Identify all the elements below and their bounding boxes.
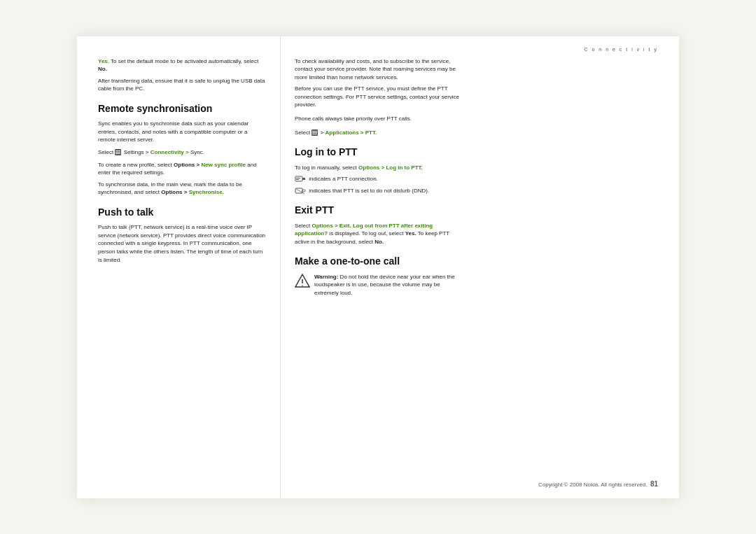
exit-select-label: Select: [295, 223, 312, 229]
availability-text: To check availability and costs, and to …: [295, 57, 463, 82]
ptt-connection-label: indicates a PTT connection.: [309, 176, 378, 182]
applications-link: Applications: [326, 129, 359, 136]
left-column: Yes. To set the default mode to be activ…: [77, 36, 280, 498]
options-label: Options >: [174, 162, 200, 168]
priority-text: Phone calls always take priority over PT…: [295, 115, 463, 123]
intro-text: To set the default mode to be activated …: [109, 58, 258, 64]
intro-paragraph: Yes. To set the default mode to be activ…: [98, 57, 266, 73]
new-profile-line: To create a new profile, select Options …: [98, 161, 266, 177]
exit-no: No.: [374, 239, 384, 245]
push-to-talk-heading: Push to talk: [98, 205, 266, 219]
warning-paragraph: Warning: Do not hold the device near you…: [314, 273, 463, 297]
warning-bold: Warning:: [314, 274, 338, 280]
ptt-settings-text: Before you can use the PTT service, you …: [295, 85, 463, 109]
select-settings-line: Select Settings > Connectivity > Sync.: [98, 148, 266, 157]
copyright-text: Copyright © 2008 Nokia. All rights reser…: [538, 482, 647, 488]
book-page: C o n n e c t i v i t y Yes. To set the …: [77, 36, 679, 498]
transfer-paragraph: After transferring data, ensure that it …: [98, 77, 266, 93]
ptt-connection-line: indicates a PTT connection.: [295, 175, 463, 183]
yes-label: Yes.: [98, 58, 109, 64]
svg-rect-13: [302, 190, 305, 192]
log-in-ptt-link: Log in to PTT.: [386, 164, 422, 171]
svg-rect-2: [115, 152, 120, 153]
page-number: 81: [650, 480, 658, 488]
ptt-dnd-label: indicates that PTT is set to do not dist…: [309, 188, 429, 194]
page-footer: Copyright © 2008 Nokia. All rights reser…: [538, 480, 658, 488]
remote-sync-heading: Remote synchronisation: [98, 101, 266, 115]
svg-rect-10: [296, 178, 300, 178]
synchronise-line: To synchronise data, in the main view, m…: [98, 181, 266, 197]
warning-box: Warning: Do not hold the device near you…: [295, 273, 463, 301]
select-label: Select: [98, 149, 113, 155]
log-in-text: To log in manually, select Options > Log…: [295, 164, 463, 172]
ptt-dnd-icon: [295, 188, 306, 195]
exit-ptt-text: Select Options > Exit. Log out from PTT …: [295, 222, 463, 246]
connectivity-header: C o n n e c t i v i t y: [584, 47, 658, 52]
ptt-link: > PTT.: [360, 129, 377, 136]
exit-ptt-heading: Exit PTT: [295, 203, 463, 217]
svg-rect-3: [115, 153, 120, 154]
svg-point-17: [302, 285, 303, 286]
ptt-dnd-line: indicates that PTT is set to do not dist…: [295, 187, 463, 195]
options-login-label: Options >: [358, 164, 384, 171]
app-menu-icon: [312, 129, 318, 136]
ptt-connection-icon: [295, 176, 306, 183]
page: C o n n e c t i v i t y Yes. To set the …: [0, 0, 756, 534]
sync-text: > Sync.: [186, 149, 204, 155]
exit-options-label: Options > Exit.: [312, 223, 351, 229]
settings-text: Settings >: [124, 149, 149, 155]
options-sync-label: Options >: [161, 189, 187, 195]
page-header: C o n n e c t i v i t y: [584, 47, 658, 52]
right-column: To check availability and costs, and to …: [281, 36, 484, 498]
svg-rect-6: [312, 132, 317, 133]
settings-menu-icon: [115, 149, 121, 155]
svg-rect-11: [296, 179, 299, 180]
connectivity-link: Connectivity: [150, 149, 184, 155]
select-applications-line: Select > Applications > PTT.: [295, 129, 463, 137]
svg-rect-9: [302, 178, 305, 180]
svg-rect-1: [115, 150, 120, 151]
synchronise-link: Synchronise.: [189, 189, 224, 195]
select-app-label: Select: [295, 129, 310, 136]
push-to-talk-body: Push to talk (PTT, network service) is a…: [98, 223, 266, 264]
new-sync-profile-link: New sync profile: [201, 162, 246, 168]
svg-rect-8: [295, 176, 302, 181]
log-in-heading: Log in to PTT: [295, 145, 463, 159]
exit-yes: Yes.: [405, 230, 416, 237]
warning-icon: [295, 274, 310, 288]
remote-sync-body: Sync enables you to synchronise data suc…: [98, 120, 266, 144]
make-call-heading: Make a one-to-one call: [295, 254, 463, 268]
exit-displayed-text: is displayed. To log out, select: [328, 230, 405, 237]
svg-rect-7: [312, 134, 317, 134]
no-label: No.: [98, 66, 107, 72]
svg-rect-5: [312, 131, 317, 132]
